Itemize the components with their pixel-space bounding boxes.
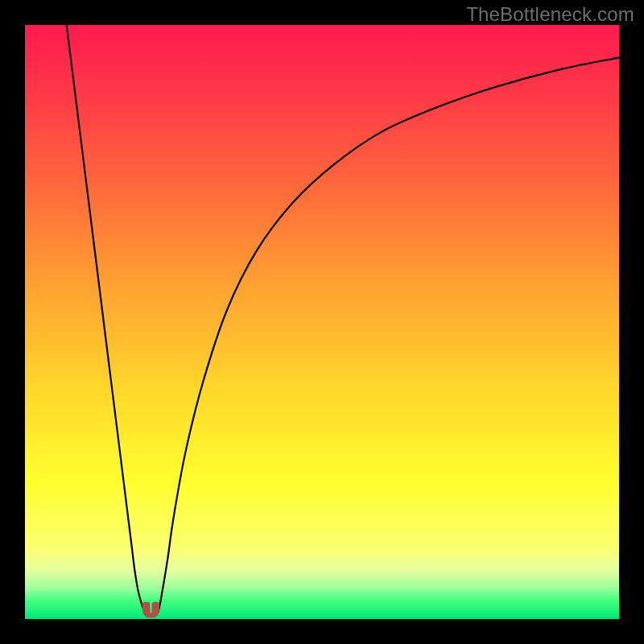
left-branch-curve [67,25,146,614]
attribution-text: TheBottleneck.com [466,3,634,26]
right-branch-curve [157,58,619,615]
plot-area [25,25,619,619]
chart-frame: TheBottleneck.com [0,0,644,644]
minimum-marker [144,605,157,616]
curve-layer [25,25,619,619]
